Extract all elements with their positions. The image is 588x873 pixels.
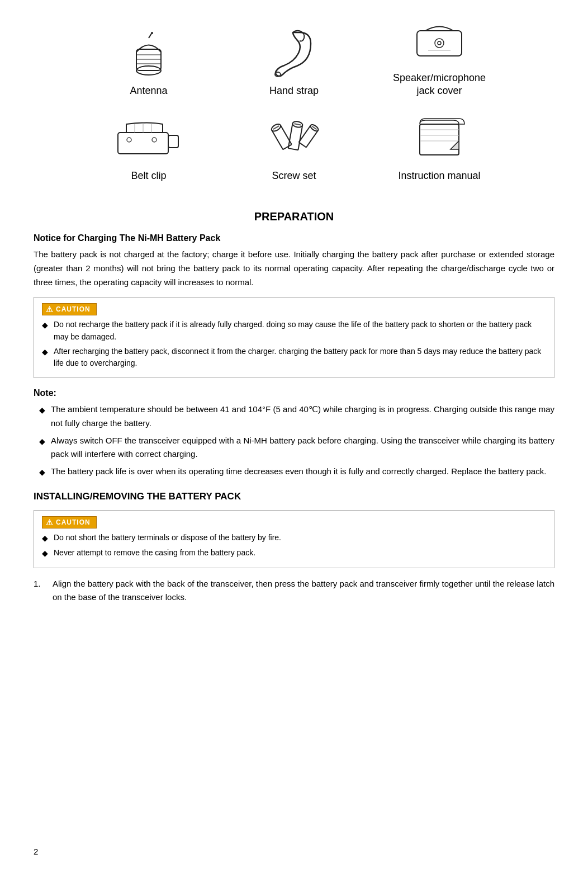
accessory-speaker-cover: Speaker/microphonejack cover <box>383 17 495 98</box>
caution-bullet-2-1: ◆ Do not short the battery terminals or … <box>42 532 544 545</box>
speaker-cover-label: Speaker/microphonejack cover <box>393 72 486 98</box>
svg-point-6 <box>151 32 153 34</box>
bullet-diamond: ◆ <box>42 532 48 545</box>
antenna-label: Antenna <box>130 84 167 97</box>
accessory-hand-strap: Hand strap <box>238 30 350 97</box>
caution-bullet-text-2-1: Do not short the battery terminals or di… <box>54 532 281 544</box>
note-bullet-1: ◆ The ambient temperature should be betw… <box>34 403 554 431</box>
svg-line-31 <box>306 130 318 147</box>
svg-rect-8 <box>417 31 462 56</box>
caution-bullet-text-2-2: Never attempt to remove the casing from … <box>54 547 255 559</box>
svg-line-5 <box>149 34 151 38</box>
accessory-antenna: Antenna <box>93 30 205 97</box>
caution-bullet-text-1-2: After recharging the battery pack, disco… <box>54 346 544 370</box>
instruction-manual-icon <box>406 115 473 165</box>
bullet-diamond: ◆ <box>42 548 48 560</box>
note-bullet-text-2: Always switch OFF the transceiver equipp… <box>51 434 554 462</box>
accessory-instruction-manual: Instruction manual <box>383 115 495 182</box>
steps-list: 1. Align the battery pack with the back … <box>34 577 554 605</box>
hand-strap-label: Hand strap <box>269 84 319 97</box>
antenna-icon <box>115 30 182 80</box>
preparation-section: PREPARATION Notice for Charging The Ni-M… <box>34 210 554 605</box>
installing-title: INSTALLING/REMOVING THE BATTERY PACK <box>34 491 554 502</box>
note-bullet-3: ◆ The battery pack life is over when its… <box>34 465 554 479</box>
accessories-row-1: Antenna Hand strap <box>34 17 554 98</box>
screw-set-label: Screw set <box>272 169 316 182</box>
page-number: 2 <box>34 847 38 856</box>
svg-point-14 <box>152 138 157 142</box>
bullet-diamond: ◆ <box>42 319 48 332</box>
note-label: Note: <box>34 388 554 398</box>
note-bullet-2: ◆ Always switch OFF the transceiver equi… <box>34 434 554 462</box>
step-text-1: Align the battery pack with the back of … <box>53 577 554 605</box>
caution-header-2: ⚠ CAUTION <box>42 516 544 528</box>
caution-bullet-1-1: ◆ Do not recharge the battery pack if it… <box>42 319 544 343</box>
step-1: 1. Align the battery pack with the back … <box>34 577 554 605</box>
caution-bullet-1-2: ◆ After recharging the battery pack, dis… <box>42 346 544 370</box>
accessories-row-2: Belt clip <box>34 115 554 182</box>
notice-title: Notice for Charging The Ni-MH Battery Pa… <box>34 233 554 243</box>
instruction-manual-label: Instruction manual <box>398 169 480 182</box>
svg-rect-12 <box>118 133 168 154</box>
screw-set-icon <box>260 115 328 165</box>
bullet-diamond: ◆ <box>39 435 45 448</box>
caution-icon-2: ⚠ CAUTION <box>42 516 97 528</box>
svg-line-20 <box>272 130 283 150</box>
svg-line-27 <box>288 148 298 150</box>
bullet-diamond: ◆ <box>39 404 45 417</box>
bullet-diamond: ◆ <box>42 346 48 358</box>
caution-bullet-2-2: ◆ Never attempt to remove the casing fro… <box>42 547 544 560</box>
accessories-section: Antenna Hand strap <box>34 17 554 199</box>
svg-point-13 <box>127 138 131 142</box>
svg-rect-15 <box>168 135 178 148</box>
svg-rect-34 <box>420 124 459 155</box>
accessory-screw-set: Screw set <box>238 115 350 182</box>
svg-line-28 <box>294 124 301 125</box>
notice-body: The battery pack is not charged at the f… <box>34 248 554 289</box>
svg-point-10 <box>438 41 441 45</box>
preparation-title: PREPARATION <box>34 210 554 223</box>
step-number-1: 1. <box>34 577 47 605</box>
caution-box-2: ⚠ CAUTION ◆ Do not short the battery ter… <box>34 510 554 568</box>
svg-line-32 <box>299 143 306 148</box>
svg-point-9 <box>435 39 444 48</box>
hand-strap-icon <box>260 30 328 80</box>
caution-bullet-text-1-1: Do not recharge the battery pack if it i… <box>54 319 544 343</box>
svg-line-21 <box>281 125 292 145</box>
caution-box-1: ⚠ CAUTION ◆ Do not recharge the battery … <box>34 297 554 378</box>
bullet-diamond: ◆ <box>39 466 45 479</box>
note-bullet-text-3: The battery pack life is over when its o… <box>51 465 546 479</box>
belt-clip-icon <box>115 115 182 165</box>
caution-header-1: ⚠ CAUTION <box>42 303 544 315</box>
svg-line-23 <box>273 126 279 129</box>
caution-icon-1: ⚠ CAUTION <box>42 303 97 315</box>
accessory-belt-clip: Belt clip <box>93 115 205 182</box>
note-bullet-text-1: The ambient temperature should be betwee… <box>51 403 554 431</box>
belt-clip-label: Belt clip <box>131 169 166 182</box>
speaker-cover-icon <box>406 17 473 67</box>
